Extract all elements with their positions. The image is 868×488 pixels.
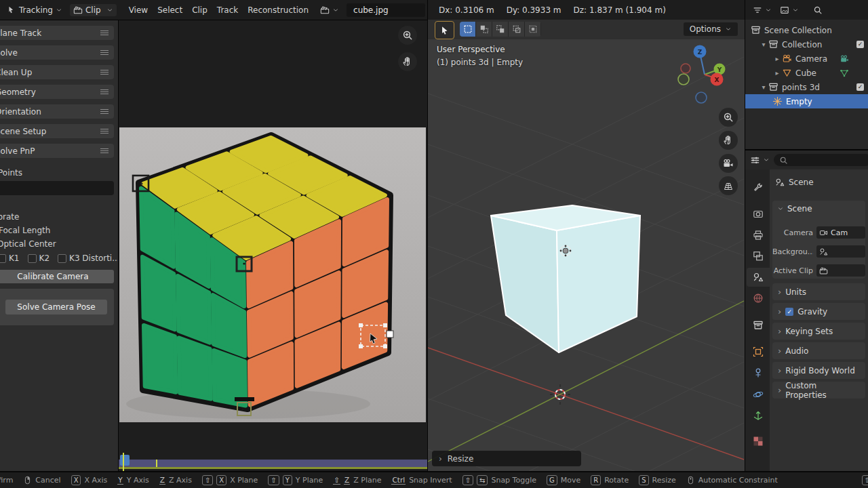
panel-solve-pnp[interactable]: Solve PnP bbox=[0, 144, 114, 158]
collapse-arrow[interactable]: ▾ bbox=[759, 83, 768, 91]
select-mode-select-set[interactable] bbox=[460, 22, 476, 37]
expand-arrow[interactable]: ▸ bbox=[772, 55, 782, 62]
panel-keying-sets[interactable]: ›Keying Sets bbox=[772, 323, 865, 340]
panel-solve[interactable]: Solve bbox=[0, 45, 114, 60]
panel-label: Custom Properties bbox=[785, 381, 860, 400]
panel-gravity[interactable]: ›✓Gravity bbox=[772, 303, 865, 320]
focal-length-label[interactable]: Focal Length bbox=[0, 224, 114, 237]
navigation-gizmo[interactable]: ZYX bbox=[672, 38, 743, 110]
physics-icon bbox=[753, 389, 764, 400]
panel-scene-setup[interactable]: Scene Setup bbox=[0, 124, 114, 138]
panel-clean-up[interactable]: Clean Up bbox=[0, 65, 114, 79]
grip-icon[interactable] bbox=[100, 30, 108, 35]
points-input[interactable] bbox=[0, 181, 114, 195]
viewport-pan-button[interactable] bbox=[719, 131, 738, 150]
calibrate-panel-label[interactable]: Calibrate bbox=[0, 210, 114, 224]
workspace-dropdown[interactable]: Tracking bbox=[4, 4, 66, 16]
grip-icon[interactable] bbox=[100, 50, 108, 55]
hint-label: Snap Toggle bbox=[491, 476, 536, 485]
clip-pan-button[interactable] bbox=[398, 52, 417, 71]
outliner-row-collection[interactable]: ▾Collection✓ bbox=[745, 37, 868, 52]
collection-checkbox[interactable]: ✓ bbox=[856, 83, 864, 91]
options-label: Options bbox=[690, 24, 721, 34]
expand-arrow[interactable]: ▸ bbox=[772, 69, 782, 77]
clip-timeline-bar[interactable] bbox=[119, 460, 427, 467]
properties-tab-scene[interactable] bbox=[747, 268, 770, 287]
menu-view[interactable]: View bbox=[125, 4, 152, 16]
gravity-checkbox[interactable]: ✓ bbox=[785, 308, 793, 316]
panel-units[interactable]: ›Units bbox=[772, 283, 865, 300]
viewport-camera-button[interactable] bbox=[719, 154, 738, 173]
options-button[interactable]: Options bbox=[684, 22, 738, 36]
grip-icon[interactable] bbox=[100, 89, 108, 94]
checkbox[interactable] bbox=[28, 254, 37, 263]
outliner-row-points-3d[interactable]: ▾points 3d✓ bbox=[745, 80, 868, 94]
properties-editor-dropdown[interactable] bbox=[749, 154, 771, 167]
distortion-toggle-row: K1K2K3 Distorti... bbox=[0, 253, 114, 263]
clip-zoom-button[interactable] bbox=[398, 26, 417, 45]
viewport-3d[interactable]: Dx: 0.3106 m Dy: 0.3933 m Dz: 1.837 m (1… bbox=[428, 0, 745, 471]
outliner-display-dropdown[interactable] bbox=[776, 4, 802, 16]
viewport-zoom-button[interactable] bbox=[719, 108, 738, 127]
menu-select[interactable]: Select bbox=[153, 4, 186, 16]
panel-plane-track[interactable]: Plane Track bbox=[0, 26, 114, 40]
select-mode-select-extend[interactable] bbox=[476, 22, 492, 37]
properties-tab-tool[interactable] bbox=[747, 178, 770, 197]
viewport-ortho-button[interactable] bbox=[719, 176, 738, 195]
clip-name-field[interactable]: cube.jpg bbox=[347, 3, 425, 17]
solve-camera-pose-button[interactable]: Solve Camera Pose bbox=[5, 300, 107, 314]
panel-custom-properties[interactable]: ›Custom Properties bbox=[772, 382, 865, 399]
toggle-k3-distorti-[interactable]: K3 Distorti... bbox=[58, 253, 118, 263]
collapse-arrow[interactable]: ▾ bbox=[759, 41, 768, 48]
outliner-filter-dropdown[interactable] bbox=[749, 4, 775, 16]
properties-tab-object[interactable] bbox=[747, 342, 770, 361]
clip-editor-view[interactable] bbox=[119, 20, 427, 471]
select-mode-select-subtract[interactable] bbox=[492, 22, 509, 37]
menu-reconstruction[interactable]: Reconstruction bbox=[243, 4, 313, 16]
tweak-tool-button[interactable] bbox=[435, 21, 454, 39]
clip-datablock-selector[interactable] bbox=[317, 4, 342, 16]
properties-tab-constraints[interactable] bbox=[747, 363, 770, 382]
select-mode-select-intersect[interactable] bbox=[525, 22, 541, 37]
optical-center-label[interactable]: Optical Center bbox=[0, 237, 114, 251]
clip-playhead[interactable] bbox=[120, 455, 130, 466]
clip-mode-dropdown[interactable]: Clip bbox=[70, 4, 117, 16]
properties-tab-texture[interactable] bbox=[747, 432, 770, 451]
toggle-k2[interactable]: K2 bbox=[28, 253, 50, 263]
grip-icon[interactable] bbox=[100, 148, 108, 153]
outliner-row-empty[interactable]: Empty bbox=[745, 94, 868, 108]
field-value[interactable] bbox=[816, 264, 865, 277]
panel-geometry[interactable]: Geometry bbox=[0, 85, 114, 99]
field-value[interactable]: Cam bbox=[816, 226, 865, 239]
properties-tab-data[interactable] bbox=[747, 406, 770, 425]
properties-tab-output[interactable] bbox=[747, 226, 770, 245]
scene-panel-header[interactable]: Scene bbox=[772, 201, 865, 214]
field-value[interactable] bbox=[816, 245, 865, 258]
checkbox[interactable] bbox=[0, 254, 6, 263]
properties-tab-world[interactable] bbox=[747, 289, 770, 308]
grip-icon[interactable] bbox=[100, 109, 108, 114]
grip-icon[interactable] bbox=[100, 129, 108, 134]
outliner-search[interactable] bbox=[813, 5, 823, 15]
outliner-row-cube[interactable]: ▸Cube bbox=[745, 66, 868, 80]
properties-tab-physics[interactable] bbox=[747, 385, 770, 404]
checkbox[interactable] bbox=[58, 254, 66, 263]
select-mode-select-invert[interactable] bbox=[509, 22, 525, 37]
menu-clip[interactable]: Clip bbox=[188, 4, 212, 16]
panel-audio[interactable]: ›Audio bbox=[772, 342, 865, 359]
calibrate-camera-button[interactable]: Calibrate Camera bbox=[0, 270, 114, 283]
cube-object[interactable] bbox=[491, 205, 640, 352]
outliner-row-scene-collection[interactable]: Scene Collection bbox=[745, 23, 868, 37]
properties-tab-render[interactable] bbox=[747, 205, 770, 224]
properties-tab-view-layer[interactable] bbox=[747, 247, 770, 266]
collection-checkbox[interactable]: ✓ bbox=[856, 41, 864, 48]
menu-track[interactable]: Track bbox=[213, 4, 242, 16]
panel-rigid-body-world[interactable]: ›Rigid Body World bbox=[772, 362, 865, 379]
properties-search-input[interactable] bbox=[774, 154, 868, 166]
toggle-k1[interactable]: K1 bbox=[0, 253, 20, 263]
operator-resize-panel[interactable]: › Resize bbox=[432, 451, 581, 466]
panel-orientation[interactable]: Orientation bbox=[0, 104, 114, 119]
grip-icon[interactable] bbox=[100, 70, 108, 75]
properties-tab-collection[interactable] bbox=[747, 316, 770, 335]
outliner-row-camera[interactable]: ▸Camera bbox=[745, 52, 868, 66]
